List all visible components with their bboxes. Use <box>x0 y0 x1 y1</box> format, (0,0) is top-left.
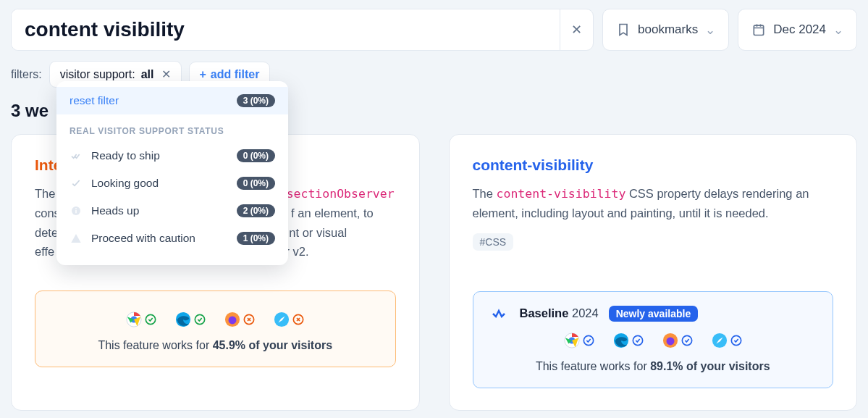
filter-chip-key: visitor support: <box>60 68 135 81</box>
works-value: 89.1% of your visitors <box>650 360 770 372</box>
add-filter-label: add filter <box>211 68 260 81</box>
x-circle-icon <box>243 314 255 325</box>
safari-icon <box>274 312 290 327</box>
svg-point-17 <box>666 337 674 345</box>
browser-firefox <box>658 331 697 350</box>
clear-search-button[interactable]: ✕ <box>560 9 593 50</box>
chrome-icon <box>564 333 580 348</box>
bookmark-icon <box>616 22 631 37</box>
results-heading-text: 3 we <box>11 101 49 120</box>
browser-support-row <box>51 310 379 329</box>
chevron-down-icon: ⌄ <box>705 22 715 38</box>
edge-icon <box>613 333 629 348</box>
browser-support-row <box>489 331 817 350</box>
x-circle-icon <box>292 314 304 325</box>
works-prefix: This feature works for <box>98 339 212 351</box>
svg-rect-23 <box>75 208 76 209</box>
edge-icon <box>175 312 191 327</box>
remove-filter-icon[interactable]: ✕ <box>161 67 171 81</box>
browser-chrome <box>122 310 161 329</box>
filter-chip-value: all <box>141 68 154 81</box>
code-frag: content-visibility <box>497 187 626 201</box>
desc-frag: f an element, to <box>291 206 374 220</box>
date-picker-button[interactable]: Dec 2024 ⌄ <box>738 9 857 51</box>
browser-edge <box>609 331 648 350</box>
baseline-header: Baseline 2024 Newly available <box>489 305 817 322</box>
dropdown-section-header: REAL VISITOR SUPPORT STATUS <box>56 114 288 142</box>
works-value: 45.9% of your visitors <box>213 339 332 351</box>
safari-icon <box>712 333 728 348</box>
plus-icon: + <box>200 68 206 81</box>
desc-frag: dete <box>35 226 58 239</box>
desc-frag: r v2. <box>285 245 308 258</box>
check-circle-icon <box>632 335 644 346</box>
result-card-content-visibility[interactable]: content-visibility The content-visibilit… <box>449 134 858 411</box>
chrome-icon <box>126 312 142 327</box>
css-tag[interactable]: #CSS <box>473 233 514 251</box>
newly-available-badge: Newly available <box>609 306 699 322</box>
dropdown-item-proceed-with-caution[interactable]: Proceed with caution 1 (0%) <box>56 225 288 252</box>
dropdown-item-count: 1 (0%) <box>237 232 275 245</box>
dropdown-item-label: Proceed with caution <box>91 232 195 245</box>
chevron-down-icon: ⌄ <box>833 22 843 38</box>
works-prefix: This feature works for <box>536 360 650 372</box>
support-panel: Baseline 2024 Newly available <box>473 291 834 388</box>
dropdown-item-count: 0 (0%) <box>237 149 275 162</box>
baseline-word: Baseline <box>520 306 569 319</box>
works-for-line: This feature works for 89.1% of your vis… <box>489 360 817 373</box>
dropdown-item-count: 2 (0%) <box>237 204 275 217</box>
calendar-icon <box>751 22 766 37</box>
svg-rect-0 <box>754 25 764 35</box>
top-bar: ✕ bookmarks ⌄ Dec 2024 ⌄ <box>11 9 857 51</box>
card-title: content-visibility <box>473 156 834 174</box>
double-check-icon <box>69 150 83 162</box>
dropdown-item-ready-to-ship[interactable]: Ready to ship 0 (0%) <box>56 142 288 170</box>
check-circle-icon <box>194 314 206 325</box>
support-panel: This feature works for 45.9% of your vis… <box>35 290 396 367</box>
svg-rect-22 <box>75 210 76 214</box>
check-circle-icon <box>583 335 594 346</box>
search-container: ✕ <box>11 9 594 51</box>
svg-point-7 <box>229 316 237 324</box>
check-circle-icon <box>145 314 156 325</box>
check-circle-icon <box>730 335 742 346</box>
search-input[interactable] <box>12 9 560 50</box>
desc-frag: effe <box>35 245 54 258</box>
browser-safari <box>707 331 746 350</box>
firefox-icon <box>662 333 678 348</box>
close-icon: ✕ <box>571 22 582 38</box>
bookmarks-label: bookmarks <box>638 22 698 37</box>
reset-filter-label: reset filter <box>69 94 119 107</box>
filters-label: filters: <box>11 68 42 81</box>
browser-safari <box>269 310 308 329</box>
dropdown-item-label: Looking good <box>91 177 159 190</box>
firefox-icon <box>224 312 240 327</box>
desc-frag: nt or visual <box>289 226 347 239</box>
desc-frag: The <box>473 187 497 200</box>
dropdown-item-heads-up[interactable]: Heads up 2 (0%) <box>56 197 288 225</box>
code-frag: sectionObserver <box>287 187 395 201</box>
warning-icon <box>69 233 83 244</box>
dropdown-item-label: Heads up <box>91 204 139 217</box>
dropdown-item-count: 0 (0%) <box>237 177 275 190</box>
baseline-icon <box>489 305 510 322</box>
desc-frag: The <box>35 187 55 200</box>
filter-dropdown: reset filter 3 (0%) REAL VISITOR SUPPORT… <box>56 81 288 265</box>
baseline-label: Baseline 2024 <box>520 306 599 320</box>
date-label: Dec 2024 <box>773 22 826 37</box>
bookmarks-button[interactable]: bookmarks ⌄ <box>602 9 729 51</box>
browser-firefox <box>220 310 259 329</box>
works-for-line: This feature works for 45.9% of your vis… <box>51 339 379 352</box>
check-icon <box>69 177 83 189</box>
browser-chrome <box>560 331 599 350</box>
baseline-year: 2024 <box>572 306 599 319</box>
card-description: The content-visibility CSS property dela… <box>473 184 834 223</box>
info-icon <box>69 205 83 217</box>
check-circle-icon <box>681 335 693 346</box>
dropdown-item-label: Ready to ship <box>91 149 160 162</box>
dropdown-reset-filter[interactable]: reset filter 3 (0%) <box>56 87 288 114</box>
reset-count-pill: 3 (0%) <box>237 94 275 107</box>
browser-edge <box>171 310 210 329</box>
dropdown-item-looking-good[interactable]: Looking good 0 (0%) <box>56 170 288 197</box>
